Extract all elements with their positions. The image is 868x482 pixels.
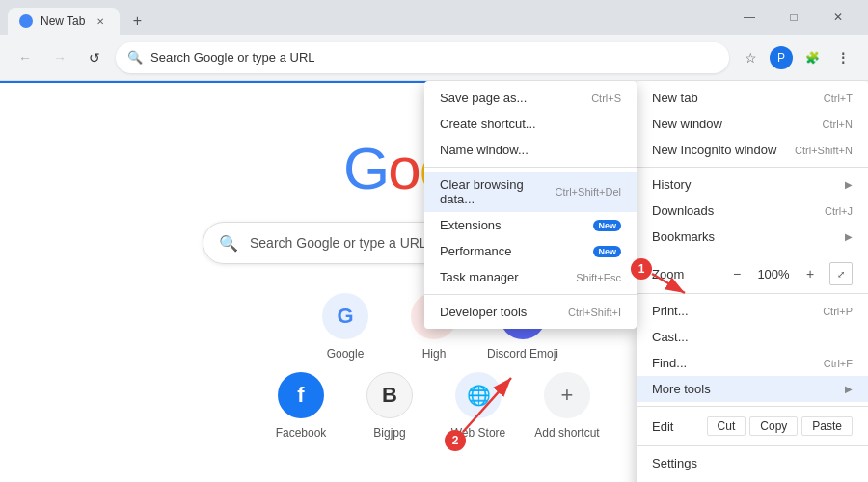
menu-find[interactable]: Find... Ctrl+F [637, 350, 868, 376]
menu-incognito-label: New Incognito window [652, 143, 776, 157]
shortcut-bigjpg-icon: B [366, 372, 413, 418]
logo-g1: G [343, 135, 388, 201]
submenu-clear-browsing[interactable]: Clear browsing data... Ctrl+Shift+Del [424, 172, 637, 212]
menu-cast-label: Cast... [652, 330, 689, 344]
menu-print[interactable]: Print... Ctrl+P [637, 298, 868, 324]
menu-downloads[interactable]: Downloads Ctrl+J [637, 198, 868, 224]
menu-zoom-label: Zoom [652, 267, 718, 281]
submenu-clear-browsing-shortcut: Ctrl+Shift+Del [556, 186, 621, 198]
submenu-extensions[interactable]: Extensions New [424, 212, 637, 238]
menu-more-tools-label: More tools [652, 382, 711, 396]
submenu-name-window[interactable]: Name window... [424, 137, 637, 163]
menu-more-tools[interactable]: More tools ▶ [637, 376, 868, 402]
profile-button[interactable]: P [768, 44, 795, 71]
active-tab[interactable]: New Tab ✕ [8, 8, 120, 35]
maximize-button[interactable]: □ [772, 0, 816, 35]
more-tools-arrow-icon: ▶ [845, 384, 853, 394]
menu-find-shortcut: Ctrl+F [824, 358, 853, 369]
shortcut-add-label: Add shortcut [534, 426, 599, 440]
menu-divider-5 [637, 445, 868, 446]
menu-button[interactable]: ⋮ [829, 44, 856, 71]
menu-divider-2 [637, 254, 868, 254]
toolbar: ← → ↺ 🔍 Search Google or type a URL ☆ P … [0, 35, 868, 81]
menu-downloads-label: Downloads [652, 203, 714, 218]
submenu-divider-2 [424, 294, 637, 295]
zoom-in-button[interactable]: + [799, 262, 822, 285]
submenu-dev-tools-label: Developer tools [440, 305, 527, 319]
menu-new-window[interactable]: New window Ctrl+N [637, 111, 868, 137]
submenu-name-window-label: Name window... [440, 143, 529, 157]
shortcut-webstore[interactable]: 🌐 Web Store [442, 372, 515, 440]
submenu-clear-browsing-label: Clear browsing data... [440, 177, 556, 206]
menu-print-label: Print... [652, 304, 689, 318]
submenu-dev-tools-shortcut: Ctrl+Shift+I [568, 307, 621, 318]
submenu-create-shortcut[interactable]: Create shortcut... [424, 111, 637, 137]
zoom-out-button[interactable]: − [725, 262, 748, 285]
shortcut-high-label: High [422, 347, 447, 361]
paste-button[interactable]: Paste [801, 416, 853, 436]
shortcut-discord-label: Discord Emoji [487, 347, 558, 361]
tab-label: New Tab [41, 14, 85, 28]
submenu-save-page-label: Save page as... [440, 91, 527, 105]
shortcut-bigjpg[interactable]: B Bigjpg [353, 372, 426, 440]
reload-button[interactable]: ↺ [81, 44, 108, 71]
menu-edit-label: Edit [652, 419, 673, 434]
submenu-performance-label: Performance [440, 244, 511, 258]
submenu-create-shortcut-label: Create shortcut... [440, 117, 536, 131]
close-button[interactable]: ✕ [816, 0, 860, 35]
extensions-icon[interactable]: 🧩 [799, 44, 826, 71]
submenu-dev-tools[interactable]: Developer tools Ctrl+Shift+I [424, 299, 637, 325]
add-shortcut-icon: + [544, 372, 590, 418]
zoom-value: 100% [756, 267, 791, 281]
window-controls: — □ ✕ [727, 0, 860, 35]
minimize-button[interactable]: — [727, 0, 772, 35]
shortcut-facebook[interactable]: f Facebook [264, 372, 338, 440]
address-bar[interactable]: 🔍 Search Google or type a URL [116, 42, 729, 73]
search-bar-placeholder: Search Google or type a URL [250, 235, 427, 251]
menu-print-shortcut: Ctrl+P [823, 306, 853, 317]
chrome-menu: New tab Ctrl+T New window Ctrl+N New Inc… [637, 81, 868, 482]
menu-settings-label: Settings [652, 456, 697, 470]
menu-edit-row: Edit Cut Copy Paste [637, 411, 868, 442]
submenu-performance[interactable]: Performance New [424, 238, 637, 264]
copy-button[interactable]: Copy [749, 416, 798, 436]
menu-new-tab[interactable]: New tab Ctrl+T [637, 85, 868, 111]
menu-bookmarks-label: Bookmarks [652, 229, 715, 244]
menu-new-tab-label: New tab [652, 91, 698, 105]
bookmark-star-icon[interactable]: ☆ [737, 44, 764, 71]
submenu-save-page[interactable]: Save page as... Ctrl+S [424, 85, 637, 111]
search-icon: 🔍 [219, 234, 238, 253]
toolbar-actions: ☆ P 🧩 ⋮ [737, 44, 856, 71]
more-tools-submenu: Save page as... Ctrl+S Create shortcut..… [424, 81, 637, 329]
shortcut-facebook-label: Facebook [276, 426, 327, 440]
menu-incognito[interactable]: New Incognito window Ctrl+Shift+N [637, 137, 868, 163]
zoom-fullscreen-button[interactable]: ⤢ [829, 262, 853, 285]
tab-area: New Tab ✕ + [8, 0, 150, 35]
shortcut-add[interactable]: + Add shortcut [530, 372, 604, 440]
shortcut-google[interactable]: G Google [309, 293, 382, 361]
menu-divider-1 [637, 167, 868, 168]
menu-new-window-shortcut: Ctrl+N [823, 119, 853, 130]
menu-settings[interactable]: Settings [637, 450, 868, 476]
menu-find-label: Find... [652, 356, 687, 370]
submenu-task-manager-shortcut: Shift+Esc [576, 272, 621, 283]
menu-history-label: History [652, 177, 691, 192]
shortcut-webstore-icon: 🌐 [455, 372, 502, 418]
menu-bookmarks[interactable]: Bookmarks ▶ [637, 224, 868, 250]
forward-button[interactable]: → [46, 44, 73, 71]
menu-divider-3 [637, 293, 868, 294]
submenu-save-page-shortcut: Ctrl+S [591, 93, 621, 104]
menu-new-tab-shortcut: Ctrl+T [824, 93, 853, 104]
menu-history[interactable]: History ▶ [637, 172, 868, 198]
new-tab-button[interactable]: + [123, 8, 150, 35]
shortcut-webstore-label: Web Store [451, 426, 505, 440]
menu-zoom-row: Zoom − 100% + ⤢ [637, 258, 868, 289]
menu-divider-4 [637, 406, 868, 407]
submenu-task-manager[interactable]: Task manager Shift+Esc [424, 264, 637, 290]
back-button[interactable]: ← [12, 44, 39, 71]
menu-help[interactable]: Help ▶ [637, 476, 868, 482]
tab-close-button[interactable]: ✕ [93, 13, 108, 29]
submenu-extensions-label: Extensions [440, 218, 502, 232]
menu-cast[interactable]: Cast... [637, 324, 868, 350]
cut-button[interactable]: Cut [707, 416, 746, 436]
